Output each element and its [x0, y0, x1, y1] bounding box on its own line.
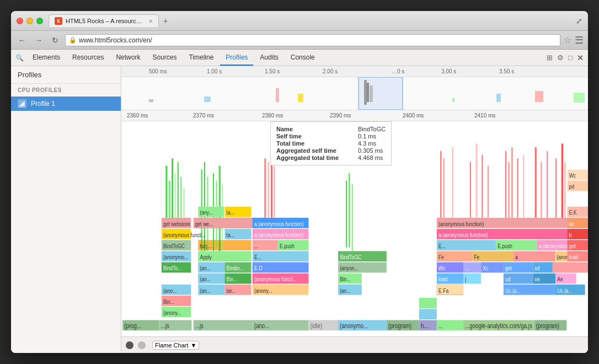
bookmark-button[interactable]: ☆	[564, 35, 571, 45]
flame-tick-2370: 2370 ms	[193, 113, 214, 119]
svg-rect-196	[476, 143, 478, 217]
sidebar-section-title: CPU PROFILES	[11, 84, 121, 97]
window-expand-button[interactable]: ⤢	[576, 17, 582, 25]
svg-text:Bin...: Bin...	[163, 298, 174, 305]
url-lock-icon: 🔒	[69, 36, 77, 44]
svg-text:(anonymo...: (anonymo...	[163, 254, 188, 260]
tab-network[interactable]: Network	[110, 50, 146, 66]
flame-tick-2400: 2400 ms	[403, 113, 424, 119]
svg-text:(program): (program)	[388, 322, 411, 329]
tab-close-button[interactable]: ✕	[148, 18, 153, 24]
svg-text:ke: ke	[569, 221, 574, 227]
svg-text:a.(anonymous function): a.(anonymous function)	[438, 232, 488, 238]
svg-text:(anony...: (anony...	[163, 309, 181, 316]
svg-text:Bindin...: Bindin...	[227, 265, 244, 271]
svg-rect-123	[419, 298, 437, 308]
devtools-settings-icon[interactable]: ⚙	[557, 53, 564, 62]
maximize-button[interactable]	[36, 18, 43, 24]
tab-timeline[interactable]: Timeline	[183, 50, 219, 66]
devtools-layout-icon[interactable]: □	[568, 53, 573, 62]
svg-rect-1	[21, 104, 22, 106]
svg-rect-204	[535, 147, 537, 218]
sidebar-header: Profiles	[11, 66, 121, 84]
svg-text:get webstore: get webstore	[163, 221, 190, 227]
svg-text:ud: ud	[505, 276, 511, 283]
forward-button[interactable]: →	[32, 34, 45, 47]
flame-chart-svg[interactable]: (prog... ...js (ano... Bin... (anony... …	[121, 121, 588, 336]
new-tab-button[interactable]: +	[163, 17, 168, 25]
svg-text:oe: oe	[535, 276, 541, 283]
svg-rect-16	[574, 93, 585, 103]
tick-2-5s: …0 s	[392, 68, 404, 74]
tab-bar: 5 HTML5 Rocks – A resource... ✕ + ⤢	[49, 14, 582, 27]
svg-rect-11	[367, 83, 369, 102]
svg-text:BindTo...: BindTo...	[163, 265, 181, 271]
svg-rect-115	[346, 181, 347, 248]
svg-text:(program): (program)	[536, 322, 559, 329]
svg-rect-39	[165, 166, 167, 218]
svg-rect-101	[271, 155, 272, 218]
close-button[interactable]	[17, 18, 23, 24]
svg-rect-2	[22, 103, 23, 106]
svg-text:(ano...: (ano...	[254, 322, 269, 329]
svg-rect-206	[547, 151, 548, 218]
svg-text:a.(anonymous function): a.(anonymous function)	[254, 232, 303, 238]
browser-tab[interactable]: 5 HTML5 Rocks – A resource... ✕	[49, 14, 159, 27]
svg-text:E.push: E.push	[280, 243, 295, 249]
title-bar: 5 HTML5 Rocks – A resource... ✕ + ⤢	[11, 11, 588, 31]
devtools-search-icon: 🔍	[15, 54, 24, 62]
sidebar-item-profile1[interactable]: Profile 1	[11, 97, 121, 111]
flame-chart-select[interactable]: Flame Chart ▼	[152, 341, 199, 350]
tab-elements[interactable]: Elements	[27, 50, 66, 66]
reload-button[interactable]: ↻	[49, 34, 62, 47]
svg-text:b: b	[569, 232, 572, 238]
svg-text:ta...: ta...	[227, 232, 234, 238]
browser-window: 5 HTML5 Rocks – A resource... ✕ + ⤢ ← → …	[11, 11, 588, 353]
menu-button[interactable]: ☰	[575, 34, 584, 46]
svg-text:Bin...: Bin...	[227, 276, 238, 283]
tick-3s: 3.00 s	[441, 68, 456, 74]
tab-profiles[interactable]: Profiles	[220, 50, 253, 66]
svg-text:ta...: ta...	[227, 209, 234, 216]
svg-text:Fe: Fe	[474, 254, 479, 260]
flame-chart-canvas[interactable]: Name BindToGC Self time 0.1 ms Total tim…	[121, 121, 588, 336]
url-bar[interactable]: 🔒 www.html5rocks.com/en/	[65, 34, 560, 46]
timeline-overview[interactable]: 500 ms 1.00 s 1.50 s 2.00 s …0 s 3.00 s …	[121, 66, 588, 110]
back-button[interactable]: ←	[15, 34, 29, 47]
record-button[interactable]	[126, 341, 133, 349]
tab-resources[interactable]: Resources	[67, 50, 109, 66]
svg-text:(anony...: (anony...	[254, 287, 272, 294]
svg-text:...js: ...js	[161, 322, 169, 329]
stop-button[interactable]	[138, 341, 146, 349]
tab-favicon: 5	[55, 17, 62, 25]
svg-rect-44	[180, 177, 181, 218]
svg-rect-99	[264, 158, 266, 218]
svg-rect-192	[440, 151, 441, 218]
svg-text:j: j	[464, 276, 466, 283]
tab-audits[interactable]: Audits	[254, 50, 284, 66]
devtools-dock-icon[interactable]: ⊞	[547, 53, 553, 62]
svg-text:Xc: Xc	[483, 265, 488, 271]
svg-text:pd: pd	[569, 183, 575, 190]
flame-chart-dropdown-icon: ▼	[191, 342, 197, 349]
tick-1-5s: 1.50 s	[265, 68, 280, 74]
minimize-button[interactable]	[26, 18, 33, 24]
main-content: Profiles CPU PROFILES Profile 1	[11, 66, 588, 353]
tab-console[interactable]: Console	[285, 50, 320, 66]
timeline-overview-content[interactable]	[121, 77, 588, 110]
svg-text:(an...: (an...	[200, 287, 211, 294]
svg-text:get: get	[505, 265, 512, 271]
tab-sources[interactable]: Sources	[147, 50, 182, 66]
svg-rect-207	[555, 158, 557, 218]
svg-text:(anyon...: (anyon...	[340, 265, 358, 271]
tick-3-5s: 3.50 s	[499, 68, 514, 74]
timeline-ruler: 500 ms 1.00 s 1.50 s 2.00 s …0 s 3.00 s …	[121, 66, 588, 77]
svg-rect-116	[349, 173, 350, 247]
svg-rect-0	[19, 105, 20, 106]
svg-text:E...: E...	[254, 254, 261, 260]
svg-text:load: load	[438, 276, 447, 283]
svg-text:(anonymous function): (anonymous function)	[438, 221, 484, 227]
devtools-close-icon[interactable]: ✕	[577, 53, 584, 62]
svg-text:(an...: (an...	[340, 287, 351, 294]
svg-rect-197	[482, 155, 483, 218]
